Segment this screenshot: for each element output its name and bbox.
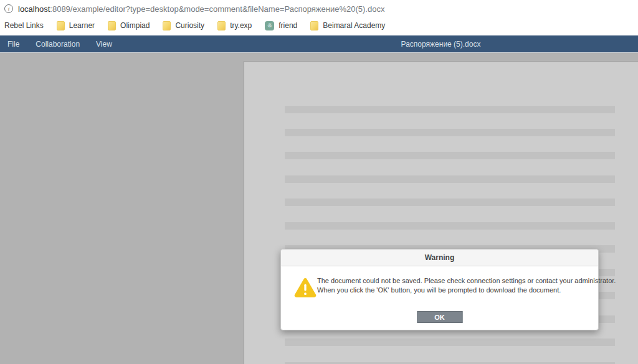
bookmark-page-icon [310,21,318,30]
bookmark-label: Beimaral Academy [323,21,385,30]
bookmark-olimpiad[interactable]: Olimpiad [108,21,150,30]
url-host: localhost [18,4,50,14]
bookmark-curiosity[interactable]: Curiosity [163,21,204,30]
bookmark-rebel-links[interactable]: Rebel Links [4,21,44,30]
dialog-header: Warning [281,250,598,266]
url-text: localhost:8089/example/editor?type=deskt… [18,4,384,14]
browser-chrome: i localhost:8089/example/editor?type=des… [0,0,638,35]
bookmark-page-icon [217,21,226,30]
bookmark-label: Olimpiad [120,21,150,30]
bookmark-page-icon [163,21,171,30]
menu-file[interactable]: File [7,40,19,49]
bookmark-learner[interactable]: Learner [57,21,95,30]
bookmark-page-icon [108,21,116,30]
bookmark-app-icon: ❊ [265,21,274,30]
url-bar[interactable]: i localhost:8089/example/editor?type=des… [0,0,638,17]
bookmark-label: Curiosity [175,21,204,30]
bookmark-beimaral-academy[interactable]: Beimaral Academy [310,21,385,30]
ok-button[interactable]: OK [417,311,462,323]
bookmark-label: try.exp [230,21,252,30]
menu-view[interactable]: View [96,40,112,49]
warning-dialog: Warning The document could not be saved.… [280,249,599,330]
placeholder-text-line [285,198,615,206]
menu-collaboration[interactable]: Collaboration [36,40,80,49]
document-title: Распоряжение (5).docx [244,35,638,52]
bookmark-try-exp[interactable]: try.exp [217,21,252,30]
placeholder-text-line [285,222,615,230]
editor-menubar: FileCollaborationViewРаспоряжение (5).do… [0,35,638,52]
url-path: :8089/example/editor?type=desktop&mode=c… [50,4,384,14]
page-info-icon[interactable]: i [4,4,13,13]
placeholder-text-line [285,152,615,159]
dialog-message: The document could not be saved. Please … [317,276,591,295]
dialog-message-line-1: The document could not be saved. Please … [317,276,591,286]
bookmarks-bar: Rebel LinksLearnerOlimpiadCuriositytry.e… [0,17,638,34]
bookmark-label: Learner [69,21,95,30]
warning-triangle-icon [293,278,317,301]
bookmark-label: friend [279,21,297,30]
placeholder-text-line [285,129,615,136]
dialog-body: The document could not be saved. Please … [281,266,598,330]
placeholder-text-line [285,175,615,183]
bookmark-page-icon [57,21,65,30]
bookmark-label: Rebel Links [4,21,44,30]
placeholder-text-line [285,106,615,113]
placeholder-text-line [285,338,615,346]
dialog-title: Warning [425,253,455,262]
bookmark-friend[interactable]: ❊friend [265,21,297,30]
dialog-message-line-2: When you click the 'OK' button, you will… [317,286,591,295]
